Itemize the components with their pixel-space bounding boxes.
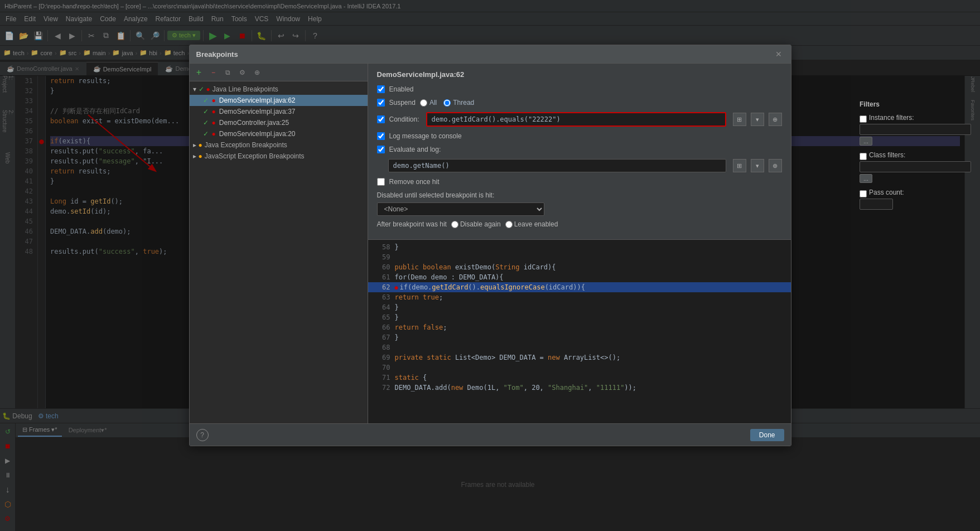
preview-code-64: } bbox=[395, 303, 399, 311]
bp-detail-top: DemoServiceImpl.java:62 Enabled Suspend bbox=[368, 64, 791, 240]
check-icon-25: ✓ bbox=[203, 119, 209, 127]
condition-expand-btn[interactable]: ⊞ bbox=[733, 113, 746, 126]
preview-num-61: 61 bbox=[370, 273, 390, 281]
disable-again-radio[interactable]: Disable again bbox=[451, 220, 501, 228]
suspend-thread-input[interactable] bbox=[443, 99, 451, 107]
js-exception-bp-header[interactable]: ▸ ● JavaScript Exception Breakpoints bbox=[190, 151, 368, 162]
bp-item-62[interactable]: ✓ ● DemoServiceImpl.java:62 bbox=[190, 95, 368, 106]
disable-again-label: Disable again bbox=[460, 220, 501, 228]
bp-item-20[interactable]: ✓ ● DemoServiceImpl.java:20 bbox=[190, 128, 368, 139]
eval-checkbox[interactable] bbox=[377, 146, 385, 153]
disabled-until-select[interactable]: <None> bbox=[377, 202, 544, 216]
preview-code-71: static { bbox=[395, 374, 427, 382]
preview-line-71: 71 static { bbox=[368, 373, 791, 383]
bp-dot-25: ● bbox=[212, 119, 216, 127]
preview-line-61: 61 for(Demo demo : DEMO_DATA){ bbox=[368, 272, 791, 282]
preview-num-63: 63 bbox=[370, 293, 390, 301]
condition-dropdown-btn[interactable]: ▾ bbox=[751, 113, 764, 126]
bp-item-25[interactable]: ✓ ● DemoController.java:25 bbox=[190, 117, 368, 128]
preview-code-62: if(demo.getIdCard().equalsIgnoreCase(idC… bbox=[400, 283, 585, 291]
java-line-bp-label: Java Line Breakpoints bbox=[213, 85, 278, 93]
preview-line-70: 70 bbox=[368, 363, 791, 373]
condition-input[interactable] bbox=[426, 112, 726, 127]
log-label: Log message to console bbox=[389, 132, 462, 140]
java-exception-bp-group: ▸ ● Java Exception Breakpoints bbox=[190, 139, 368, 151]
breakpoints-dialog: Breakpoints ✕ + − ⧉ ⚙ ⊕ ▾ bbox=[189, 45, 791, 446]
add-bp-btn[interactable]: + bbox=[193, 66, 205, 79]
remove-row: Remove once hit bbox=[377, 178, 782, 186]
condition-row: Condition: ⊞ ▾ ⊕ bbox=[377, 112, 782, 127]
dialog-body: + − ⧉ ⚙ ⊕ ▾ ✓ ● Java Line Breakpoints bbox=[190, 64, 791, 423]
condition-checkbox[interactable] bbox=[377, 115, 385, 123]
check-icon-62: ✓ bbox=[203, 96, 209, 104]
preview-code-67: } bbox=[395, 334, 399, 341]
chevron-down-icon: ▾ bbox=[193, 85, 196, 93]
preview-num-64: 64 bbox=[370, 303, 390, 311]
js-exception-bp-group: ▸ ● JavaScript Exception Breakpoints bbox=[190, 151, 368, 162]
preview-line-58: 58 } bbox=[368, 242, 791, 252]
suspend-all-radio[interactable]: All bbox=[420, 99, 437, 107]
preview-num-66: 66 bbox=[370, 324, 390, 331]
preview-line-69: 69 private static List<Demo> DEMO_DATA =… bbox=[368, 353, 791, 363]
disabled-until-selector-row: <None> bbox=[377, 202, 782, 216]
bp-detail-title: DemoServiceImpl.java:62 bbox=[377, 70, 782, 79]
preview-line-68: 68 bbox=[368, 342, 791, 353]
preview-line-64: 64 } bbox=[368, 302, 791, 312]
bp-item-37[interactable]: ✓ ● DemoServiceImpl.java:37 bbox=[190, 106, 368, 117]
preview-num-68: 68 bbox=[370, 344, 390, 351]
eval-dropdown-btn[interactable]: ▾ bbox=[751, 159, 764, 172]
preview-line-60: 60 public boolean existDemo(String idCar… bbox=[368, 262, 791, 272]
preview-num-65: 65 bbox=[370, 313, 390, 321]
preview-line-67: 67 } bbox=[368, 332, 791, 342]
eval-input[interactable] bbox=[388, 159, 726, 172]
java-exception-bp-header[interactable]: ▸ ● Java Exception Breakpoints bbox=[190, 139, 368, 151]
remove-checkbox[interactable] bbox=[377, 178, 385, 186]
suspend-all-input[interactable] bbox=[420, 99, 427, 107]
enabled-checkbox[interactable] bbox=[377, 85, 385, 93]
copy-bp-btn[interactable]: ⧉ bbox=[222, 66, 234, 79]
preview-num-60: 60 bbox=[370, 263, 390, 271]
suspend-row: Suspend All Thread bbox=[377, 99, 782, 107]
log-checkbox[interactable] bbox=[377, 132, 385, 140]
leave-enabled-label: Leave enabled bbox=[514, 220, 558, 228]
bp-label-20: DemoServiceImpl.java:20 bbox=[219, 130, 296, 138]
check-icon-37: ✓ bbox=[203, 108, 209, 115]
bp-label-37: DemoServiceImpl.java:37 bbox=[219, 108, 296, 115]
remove-label: Remove once hit bbox=[389, 178, 440, 186]
eval-input-row: ⊞ ▾ ⊕ bbox=[388, 159, 782, 172]
suspend-thread-radio[interactable]: Thread bbox=[443, 99, 474, 107]
bp-red-icon: ● bbox=[206, 85, 210, 93]
help-button[interactable]: ? bbox=[196, 429, 209, 441]
suspend-label: Suspend bbox=[389, 99, 416, 107]
preview-line-62: 62 ● if(demo.getIdCard().equalsIgnoreCas… bbox=[368, 282, 791, 292]
modal-overlay: Breakpoints ✕ + − ⧉ ⚙ ⊕ ▾ bbox=[0, 0, 980, 531]
eval-expand-btn[interactable]: ⊞ bbox=[733, 159, 746, 172]
bp-label-62: DemoServiceImpl.java:62 bbox=[219, 96, 296, 104]
after-hit-row: After breakpoint was hit Disable again L… bbox=[377, 220, 782, 228]
eval-extra-btn[interactable]: ⊕ bbox=[769, 159, 782, 172]
preview-code-58: } bbox=[395, 243, 399, 251]
done-button[interactable]: Done bbox=[750, 429, 784, 441]
leave-enabled-radio[interactable]: Leave enabled bbox=[505, 220, 558, 228]
settings-bp-btn[interactable]: ⚙ bbox=[236, 66, 249, 79]
preview-line-66: 66 return false; bbox=[368, 322, 791, 332]
bp-label-25: DemoController.java:25 bbox=[219, 119, 289, 127]
bp-toolbar: + − ⧉ ⚙ ⊕ bbox=[190, 64, 368, 81]
check-icon-20: ✓ bbox=[203, 130, 209, 138]
condition-label: Condition: bbox=[389, 115, 419, 123]
suspend-checkbox[interactable] bbox=[377, 99, 385, 107]
bp-orange-icon2: ● bbox=[199, 152, 202, 160]
preview-num-59: 59 bbox=[370, 253, 390, 261]
eval-row: Evaluate and log: bbox=[377, 146, 782, 153]
leave-enabled-input[interactable] bbox=[505, 221, 513, 228]
remove-bp-btn[interactable]: − bbox=[207, 66, 220, 79]
preview-num-58: 58 bbox=[370, 243, 390, 251]
disable-again-input[interactable] bbox=[451, 221, 458, 228]
dialog-close-btn[interactable]: ✕ bbox=[773, 49, 784, 60]
java-line-bp-header[interactable]: ▾ ✓ ● Java Line Breakpoints bbox=[190, 84, 368, 95]
check-icon: ✓ bbox=[199, 85, 204, 93]
expand-bp-btn[interactable]: ⊕ bbox=[251, 66, 263, 79]
condition-extra-btn[interactable]: ⊕ bbox=[769, 113, 782, 126]
bp-code-preview: 58 } 59 60 public boolean existDemo(Stri… bbox=[368, 240, 791, 423]
preview-code-66: return false; bbox=[395, 324, 447, 331]
